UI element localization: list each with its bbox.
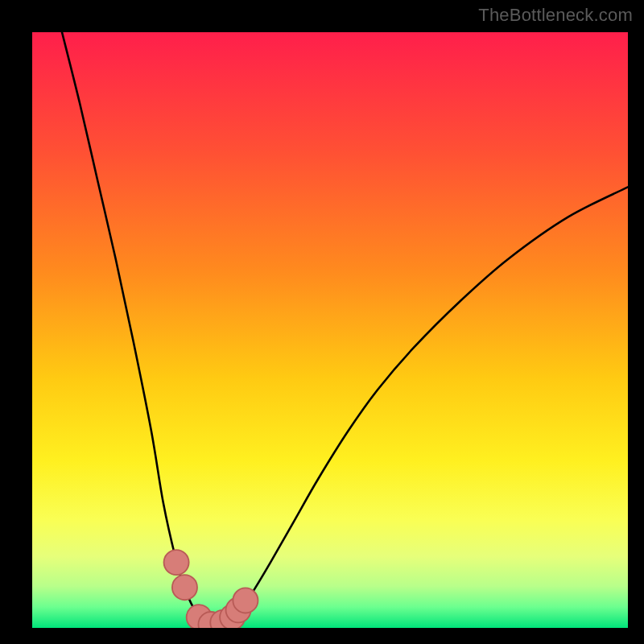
marker-point bbox=[172, 575, 197, 600]
curve-layer bbox=[32, 32, 628, 628]
highlighted-points bbox=[164, 550, 258, 628]
plot-area bbox=[32, 32, 628, 628]
marker-point bbox=[164, 550, 189, 575]
watermark-text: TheBottleneck.com bbox=[478, 5, 633, 26]
bottleneck-curve bbox=[62, 32, 628, 625]
chart-frame: TheBottleneck.com bbox=[0, 0, 644, 644]
marker-point bbox=[233, 588, 258, 613]
